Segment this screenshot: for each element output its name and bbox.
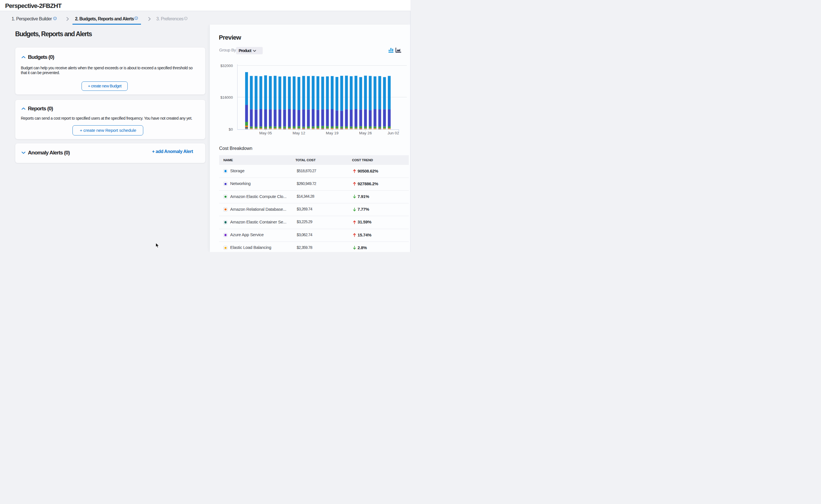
svg-text:$16000: $16000 <box>220 95 233 100</box>
svg-text:May 26: May 26 <box>359 131 372 135</box>
svg-text:May 05: May 05 <box>259 131 272 135</box>
svg-text:May 12: May 12 <box>293 131 305 135</box>
svg-text:Jun 02: Jun 02 <box>388 131 399 135</box>
svg-text:May 19: May 19 <box>326 131 339 135</box>
svg-text:$0: $0 <box>229 127 233 132</box>
svg-text:$32000: $32000 <box>220 64 233 68</box>
